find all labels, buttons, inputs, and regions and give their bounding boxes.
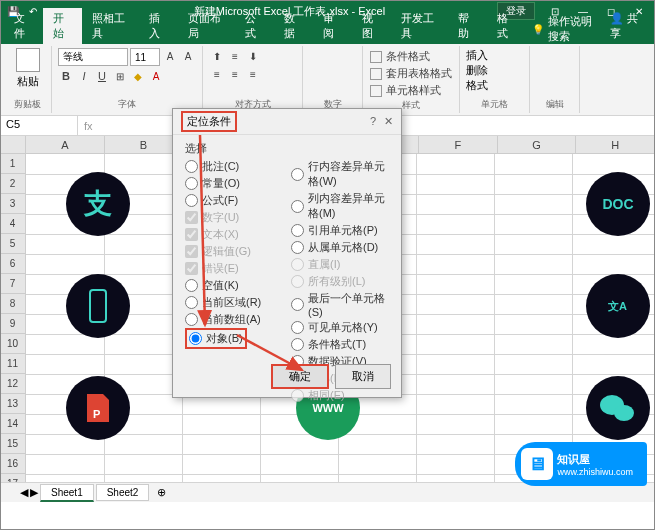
font-size-select[interactable]: 11 bbox=[130, 48, 160, 66]
tab-pagelayout[interactable]: 页面布局 bbox=[178, 8, 236, 44]
shrink-font-icon[interactable]: A bbox=[180, 48, 196, 64]
fx-area[interactable]: fx bbox=[78, 116, 99, 135]
new-sheet-icon[interactable]: ⊕ bbox=[157, 486, 166, 499]
ok-button[interactable]: 确定 bbox=[271, 364, 329, 389]
share-button[interactable]: 👤 共享 bbox=[602, 8, 651, 44]
row-header[interactable]: 5 bbox=[0, 234, 26, 254]
tab-file[interactable]: 文件 bbox=[4, 8, 43, 44]
tab-insert[interactable]: 插入 bbox=[139, 8, 178, 44]
row-header[interactable]: 7 bbox=[0, 274, 26, 294]
fill-color-icon[interactable]: ◆ bbox=[130, 68, 146, 84]
group-label-cells: 单元格 bbox=[466, 98, 523, 111]
radio-direct: 直属(I) bbox=[291, 256, 389, 273]
format-cells-button[interactable]: 格式 bbox=[466, 78, 523, 93]
radio-region[interactable]: 当前区域(R) bbox=[185, 294, 283, 311]
svg-point-4 bbox=[614, 405, 634, 421]
align-middle-icon[interactable]: ≡ bbox=[227, 48, 243, 64]
insert-cells-button[interactable]: 插入 bbox=[466, 48, 523, 63]
table-format-button[interactable]: 套用表格格式 bbox=[369, 65, 453, 82]
radio-constants[interactable]: 常量(O) bbox=[185, 175, 283, 192]
sheet-nav-prev-icon[interactable]: ◀ bbox=[20, 486, 28, 499]
row-header[interactable]: 6 bbox=[0, 254, 26, 274]
group-cells: 插入 删除 格式 单元格 bbox=[460, 46, 530, 113]
col-header[interactable]: H bbox=[576, 136, 655, 153]
col-header[interactable]: F bbox=[419, 136, 498, 153]
tab-developer[interactable]: 开发工具 bbox=[391, 8, 449, 44]
radio-precedents[interactable]: 引用单元格(P) bbox=[291, 222, 389, 239]
conditional-format-button[interactable]: 条件格式 bbox=[369, 48, 453, 65]
radio-rowdiff[interactable]: 行内容差异单元格(W) bbox=[291, 158, 389, 190]
row-header[interactable]: 9 bbox=[0, 314, 26, 334]
col-header[interactable]: A bbox=[26, 136, 105, 153]
delete-cells-button[interactable]: 删除 bbox=[466, 63, 523, 78]
dialog-titlebar[interactable]: 定位条件 ? ✕ bbox=[173, 109, 401, 135]
font-name-select[interactable]: 等线 bbox=[58, 48, 128, 66]
row-header[interactable]: 4 bbox=[0, 214, 26, 234]
svg-text:文A: 文A bbox=[607, 300, 627, 312]
tab-help[interactable]: 帮助 bbox=[448, 8, 487, 44]
row-header[interactable]: 3 bbox=[0, 194, 26, 214]
row-header[interactable]: 13 bbox=[0, 394, 26, 414]
row-header[interactable]: 10 bbox=[0, 334, 26, 354]
grow-font-icon[interactable]: A bbox=[162, 48, 178, 64]
radio-array[interactable]: 当前数组(A) bbox=[185, 311, 283, 328]
cell-styles-button[interactable]: 单元格样式 bbox=[369, 82, 453, 99]
radio-dependents[interactable]: 从属单元格(D) bbox=[291, 239, 389, 256]
dialog-close-icon[interactable]: ✕ bbox=[384, 115, 393, 128]
radio-formulas[interactable]: 公式(F) bbox=[185, 192, 283, 209]
embedded-image[interactable]: DOC bbox=[586, 172, 650, 236]
select-all-corner[interactable] bbox=[0, 136, 26, 153]
cancel-button[interactable]: 取消 bbox=[335, 364, 391, 389]
row-header[interactable]: 16 bbox=[0, 454, 26, 474]
underline-icon[interactable]: U bbox=[94, 68, 110, 84]
tab-data[interactable]: 数据 bbox=[274, 8, 313, 44]
tab-home[interactable]: 开始 bbox=[43, 8, 82, 44]
radio-same: 相同(E) bbox=[291, 387, 389, 404]
font-color-icon[interactable]: A bbox=[148, 68, 164, 84]
paste-button[interactable]: 粘贴 bbox=[16, 48, 40, 89]
sheet-tab[interactable]: Sheet1 bbox=[40, 484, 94, 502]
embedded-image[interactable] bbox=[586, 376, 650, 440]
embedded-image[interactable] bbox=[66, 274, 130, 338]
embedded-image[interactable]: 文A bbox=[586, 274, 650, 338]
svg-rect-0 bbox=[90, 290, 106, 322]
embedded-image[interactable]: P bbox=[66, 376, 130, 440]
italic-icon[interactable]: I bbox=[76, 68, 92, 84]
radio-visible[interactable]: 可见单元格(Y) bbox=[291, 319, 389, 336]
row-headers: 1 2 3 4 5 6 7 8 9 10 11 12 13 14 15 16 1… bbox=[0, 154, 26, 484]
radio-lastcell[interactable]: 最后一个单元格(S) bbox=[291, 290, 389, 319]
sheet-tab[interactable]: Sheet2 bbox=[96, 484, 150, 501]
tab-formulas[interactable]: 公式 bbox=[235, 8, 274, 44]
align-center-icon[interactable]: ≡ bbox=[227, 66, 243, 82]
radio-blanks[interactable]: 空值(K) bbox=[185, 277, 283, 294]
tab-phototools[interactable]: 照相工具 bbox=[82, 8, 140, 44]
name-box[interactable]: C5 bbox=[0, 116, 78, 135]
align-right-icon[interactable]: ≡ bbox=[245, 66, 261, 82]
row-header[interactable]: 1 bbox=[0, 154, 26, 174]
tab-format[interactable]: 格式 bbox=[487, 8, 526, 44]
row-header[interactable]: 14 bbox=[0, 414, 26, 434]
sheet-nav-next-icon[interactable]: ▶ bbox=[30, 486, 38, 499]
row-header[interactable]: 11 bbox=[0, 354, 26, 374]
align-top-icon[interactable]: ⬆ bbox=[209, 48, 225, 64]
row-header[interactable]: 15 bbox=[0, 434, 26, 454]
bold-icon[interactable]: B bbox=[58, 68, 74, 84]
radio-objects[interactable]: 对象(B) bbox=[189, 330, 243, 347]
radio-condfmt[interactable]: 条件格式(T) bbox=[291, 336, 389, 353]
row-header[interactable]: 8 bbox=[0, 294, 26, 314]
row-header[interactable]: 12 bbox=[0, 374, 26, 394]
align-bottom-icon[interactable]: ⬇ bbox=[245, 48, 261, 64]
group-editing: 编辑 bbox=[530, 46, 580, 113]
tab-view[interactable]: 视图 bbox=[352, 8, 391, 44]
wechat-icon bbox=[598, 391, 638, 425]
radio-coldiff[interactable]: 列内容差异单元格(M) bbox=[291, 190, 389, 222]
embedded-image[interactable]: 支 bbox=[66, 172, 130, 236]
row-header[interactable]: 2 bbox=[0, 174, 26, 194]
col-header[interactable]: G bbox=[498, 136, 577, 153]
border-icon[interactable]: ⊞ bbox=[112, 68, 128, 84]
align-left-icon[interactable]: ≡ bbox=[209, 66, 225, 82]
dialog-help-icon[interactable]: ? bbox=[370, 115, 376, 128]
tell-me[interactable]: 💡 操作说明搜索 bbox=[532, 14, 602, 44]
tab-review[interactable]: 审阅 bbox=[313, 8, 352, 44]
radio-comments[interactable]: 批注(C) bbox=[185, 158, 283, 175]
